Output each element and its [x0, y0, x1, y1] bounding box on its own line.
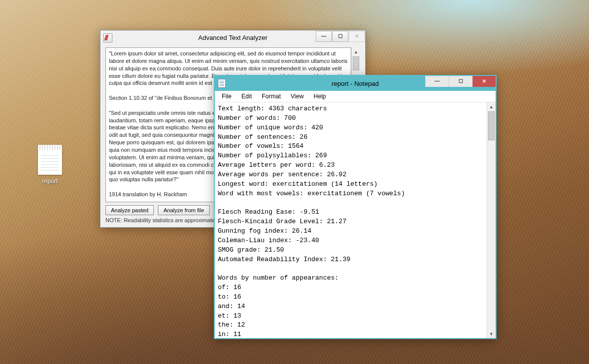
desktop-file-report[interactable]: report: [30, 145, 70, 185]
notepad-window[interactable]: report - Notepad — ☐ ✕ File Edit Format …: [214, 75, 497, 339]
notepad-scrollbar[interactable]: ▲ ▼: [487, 102, 496, 338]
desktop-file-label: report: [30, 178, 70, 185]
minimize-button[interactable]: —: [316, 31, 332, 42]
notepad-editor[interactable]: Text length: 4363 characters Number of w…: [215, 102, 487, 338]
menu-view[interactable]: View: [287, 92, 308, 101]
analyzer-titlebar[interactable]: Advanced Text Analyzer — ☐ ✕: [100, 30, 365, 44]
menu-help[interactable]: Help: [310, 92, 330, 101]
menu-edit[interactable]: Edit: [237, 92, 256, 101]
scroll-up-icon[interactable]: ▲: [487, 102, 496, 111]
scroll-thumb[interactable]: [353, 56, 359, 70]
desktop[interactable]: report Advanced Text Analyzer — ☐ ✕ "Lor…: [0, 0, 589, 364]
menu-file[interactable]: File: [218, 92, 235, 101]
scroll-thumb[interactable]: [488, 111, 495, 140]
scroll-down-icon[interactable]: ▼: [487, 330, 496, 338]
minimize-button[interactable]: —: [425, 76, 449, 87]
text-file-icon: [38, 145, 62, 175]
maximize-button[interactable]: ☐: [449, 76, 472, 87]
notepad-menubar: File Edit Format View Help: [215, 91, 496, 102]
notepad-titlebar[interactable]: report - Notepad — ☐ ✕: [215, 76, 496, 91]
close-button[interactable]: ✕: [472, 76, 496, 87]
menu-format[interactable]: Format: [258, 92, 285, 101]
analyze-from-file-button[interactable]: Analyze from file: [158, 205, 209, 215]
scroll-up-icon[interactable]: ▲: [352, 47, 360, 56]
analyze-pasted-button[interactable]: Analyze pasted: [105, 205, 154, 215]
maximize-button[interactable]: ☐: [332, 31, 348, 42]
close-button[interactable]: ✕: [349, 31, 365, 42]
